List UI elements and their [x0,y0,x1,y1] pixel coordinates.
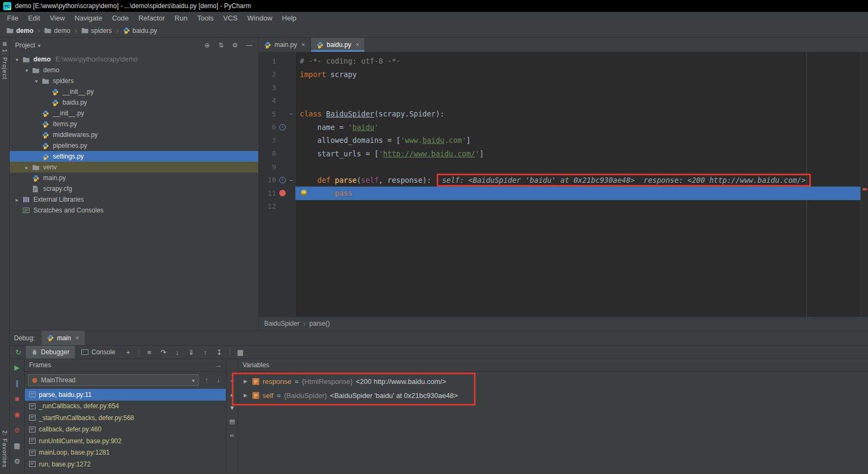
tree-item-scrapy-cfg[interactable]: scrapy.cfg [10,183,258,194]
pin-icon[interactable]: → [215,361,222,369]
frame-startruncallbacks-defer-py-568[interactable]: _startRunCallbacks, defer.py:568 [25,412,226,424]
pin-tab-icon[interactable]: + [122,346,135,358]
project-panel-title[interactable]: Project [15,42,35,49]
menu-code[interactable]: Code [107,12,134,24]
code-line-7[interactable]: allowed_domains = ['www.baidu.com'] [300,134,860,147]
code-line-4[interactable] [300,94,860,108]
frame-parse-baidu-py-11[interactable]: parse, baidu.py:11 [25,389,226,401]
frame-mainloop-base-py-1281[interactable]: mainLoop, base.py:1281 [25,447,226,459]
frame-run-base-py-1272[interactable]: run, base.py:1272 [25,458,226,470]
add-icon[interactable]: + [230,377,233,384]
view-as-table-icon[interactable]: ▦ [234,346,247,358]
editor-breadcrumb-baiduspider[interactable]: BaiduSpider [264,320,299,327]
tree-item-init-py[interactable]: __init__.py [10,86,258,97]
editor-breadcrumb-parse[interactable]: parse() [309,320,330,327]
override-marker-icon[interactable]: ↑ [279,177,286,183]
run-to-cursor-icon[interactable]: ↧ [213,346,226,358]
line-number[interactable]: 12 [259,202,276,210]
menu-tools[interactable]: Tools [192,12,218,24]
stop-button[interactable]: ■ [12,394,22,403]
restore-layout-button[interactable]: ▦ [12,441,22,450]
evaluate-icon[interactable]: ∞ [230,432,235,438]
intention-bulb-icon[interactable] [301,190,307,196]
frame-callback-defer-py-460[interactable]: callback, defer.py:460 [25,424,226,436]
editor-gutter[interactable]: 12345−6↑78910↑−1112 [259,52,295,317]
tree-item-pipelines-py[interactable]: pipelines.py [10,140,258,151]
code-line-6[interactable]: name = 'baidu' [300,121,860,134]
menu-refactor[interactable]: Refactor [134,12,170,24]
settings-button[interactable]: ⚙ [12,456,22,466]
code-line-12[interactable] [300,200,860,214]
line-number[interactable]: 5 [259,110,276,118]
tree-item-demo[interactable]: ▾demoE:\www\python\scrapy\demo [10,54,258,65]
hide-icon[interactable]: — [245,42,253,49]
frame-runcallbacks-defer-py-654[interactable]: _runCallbacks, defer.py:654 [25,401,226,413]
code-line-1[interactable]: # -*- coding: utf-8 -*- [300,54,860,68]
tree-item-external-libraries[interactable]: ▸External Libraries [10,194,258,205]
code-line-2[interactable]: import scrapy [300,68,860,81]
chevron-down-icon[interactable]: ▾ [24,67,30,73]
expand-arrow-icon[interactable]: ▶ [244,393,249,398]
copy-frames-icon[interactable]: ▤ [229,418,235,425]
resume-button[interactable]: ▶ [12,362,22,372]
debug-tab-console[interactable]: Console [76,346,121,359]
code-line-9[interactable] [300,160,860,174]
line-number[interactable]: 1 [259,57,276,65]
tree-item-baidu-py[interactable]: baidu.py [10,97,258,108]
chevron-down-icon[interactable]: ▾ [33,78,39,84]
tree-item-items-py[interactable]: items.py [10,119,258,129]
mute-breakpoints-button[interactable]: ⊘ [12,425,22,435]
variable-self[interactable]: ▶self = {BaiduSpider} <BaiduSpider 'baid… [238,388,868,402]
code-line-11[interactable]: pass [295,187,860,200]
chevron-down-icon[interactable]: ▾ [14,57,20,63]
override-marker-icon[interactable]: ↑ [279,124,286,130]
tree-item-main-py[interactable]: main.py [10,173,258,183]
menu-vcs[interactable]: VCS [218,12,243,24]
step-out-icon[interactable]: ↑ [199,346,212,358]
settings-icon[interactable]: ⚙ [231,42,239,49]
pause-button[interactable]: ∥ [12,378,22,388]
tree-item-scratches-and-consoles[interactable]: Scratches and Consoles [10,205,258,216]
menu-run[interactable]: Run [170,12,192,24]
line-number[interactable]: 11 [259,189,276,197]
tool-window-tab-favorites[interactable]: 2: Favorites [2,430,8,470]
show-execution-point-icon[interactable]: ≡ [143,346,156,358]
error-stripe[interactable] [860,52,868,317]
menu-view[interactable]: View [45,12,70,24]
line-number[interactable]: 4 [259,97,276,105]
view-breakpoints-button[interactable]: ◉ [12,409,22,419]
thread-selector[interactable]: MainThread ▾ [28,374,199,386]
fold-marker-icon[interactable]: − [287,177,295,183]
menu-file[interactable]: File [2,12,23,24]
code-line-10[interactable]: def parse(self, response):self: <BaiduSp… [300,174,860,187]
tool-window-tab-project[interactable]: ▦ 1: Project [2,41,8,79]
code-line-3[interactable] [300,81,860,94]
debug-tab-debugger[interactable]: Debugger [26,346,75,359]
line-number[interactable]: 3 [259,84,276,92]
previous-frame-button[interactable]: ↑ [202,376,211,384]
editor-tab-baidu-py[interactable]: baidu.py× [311,38,365,52]
code-line-8[interactable]: start_urls = ['http://www.baidu.com/'] [300,147,860,161]
locate-icon[interactable]: ⊕ [203,42,211,49]
code-line-5[interactable]: class BaiduSpider(scrapy.Spider): [300,107,860,121]
breakpoint-icon[interactable] [279,190,286,196]
tree-item-venv[interactable]: ▸venv [10,162,258,173]
step-into-icon[interactable]: ↓ [171,346,184,358]
code-view[interactable]: # -*- coding: utf-8 -*-import scrapyclas… [295,52,860,317]
frame-rununtilcurrent-base-py-902[interactable]: runUntilCurrent, base.py:902 [25,435,226,447]
line-number[interactable]: 10 [259,176,276,184]
collapse-all-icon[interactable]: ⇅ [217,42,225,49]
line-number[interactable]: 6 [259,123,276,131]
variable-response[interactable]: ▶response = {HtmlResponse} <200 http://w… [238,374,868,388]
fold-marker-icon[interactable]: − [287,111,295,117]
line-number[interactable]: 8 [259,149,276,157]
menu-navigate[interactable]: Navigate [70,12,107,24]
chevron-down-icon[interactable]: ▾ [38,43,40,49]
breadcrumb-item-demo[interactable]: demo [4,26,36,35]
tree-item-init-py[interactable]: __init__.py [10,108,258,119]
breadcrumb-item-baidu-py[interactable]: baidu.py [121,26,159,35]
chevron-right-icon[interactable]: ▸ [24,164,30,170]
scroll-down-icon[interactable]: ▼ [229,404,235,411]
tree-item-demo[interactable]: ▾demo [10,65,258,75]
line-number[interactable]: 9 [259,163,276,171]
